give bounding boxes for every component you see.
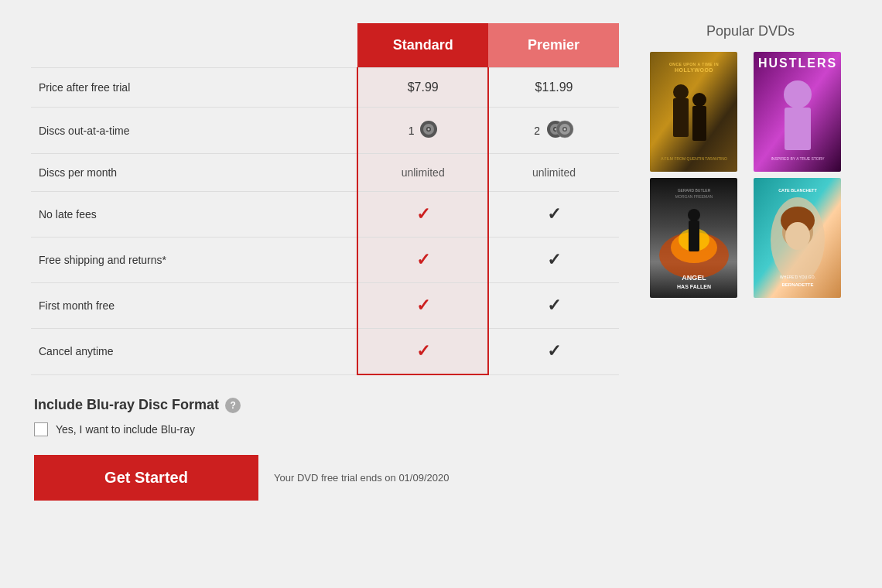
check-icon-premier-late: ✓ [547, 204, 561, 224]
page-container: Standard Premier Price after free trial … [0, 0, 882, 588]
svg-point-21 [784, 80, 812, 108]
check-icon-premier-first-month: ✓ [547, 296, 561, 315]
premier-plan-header: Premier [488, 23, 619, 67]
row-label-first-month: First month free [31, 283, 357, 329]
svg-text:A FILM FROM QUENTIN TARANTINO: A FILM FROM QUENTIN TARANTINO [661, 156, 727, 161]
row-label-shipping: Free shipping and returns* [31, 238, 357, 283]
popular-dvds-title: Popular DVDs [650, 23, 851, 39]
standard-late-fees: ✓ [357, 192, 488, 238]
premier-price: $11.99 [488, 68, 619, 108]
svg-text:INSPIRED BY A TRUE STORY: INSPIRED BY A TRUE STORY [771, 156, 825, 161]
row-label-late-fees: No late fees [31, 192, 357, 238]
check-icon-premier-shipping: ✓ [547, 250, 561, 269]
row-label-price: Price after free trial [31, 68, 357, 108]
check-icon-standard-shipping: ✓ [416, 250, 430, 269]
check-icon-standard-first-month: ✓ [416, 296, 430, 315]
bluray-checkbox[interactable] [34, 422, 48, 436]
row-label-cancel: Cancel anytime [31, 329, 357, 375]
standard-cancel: ✓ [357, 329, 488, 375]
dvd-poster-1[interactable]: ONCE UPON A TIME IN HOLLYWOOD A FILM FRO… [650, 52, 737, 172]
table-header-standard[interactable]: Standard [357, 23, 488, 68]
disc-count-number-standard: 1 [409, 125, 415, 137]
disc-icon-standard [419, 120, 438, 141]
premier-shipping: ✓ [488, 238, 619, 283]
standard-discs-month: unlimited [357, 154, 488, 192]
svg-text:CATE BLANCHETT: CATE BLANCHETT [778, 188, 817, 193]
svg-point-11 [563, 128, 566, 131]
disc-count-standard: 1 [366, 120, 480, 141]
popular-dvds-section: Popular DVDs [650, 15, 851, 298]
premier-late-fees: ✓ [488, 192, 619, 238]
bluray-section: Include Blu-ray Disc Format ? Yes, I wan… [31, 397, 619, 501]
check-icon-standard-cancel: ✓ [416, 341, 430, 361]
svg-point-39 [785, 222, 810, 250]
svg-point-16 [692, 93, 706, 107]
trial-end-text: Your DVD free trial ends on 01/09/2020 [274, 472, 449, 484]
table-header-premier[interactable]: Premier [488, 23, 619, 68]
help-icon[interactable]: ? [225, 398, 241, 413]
svg-text:BERNADETTE: BERNADETTE [781, 282, 813, 287]
premier-first-month: ✓ [488, 283, 619, 329]
standard-price: $7.99 [357, 68, 488, 108]
svg-rect-15 [692, 106, 706, 141]
table-header-empty [31, 23, 357, 68]
check-icon-premier-cancel: ✓ [547, 341, 561, 361]
premier-cancel: ✓ [488, 329, 619, 375]
svg-text:MORGAN FREEMAN: MORGAN FREEMAN [675, 194, 713, 199]
svg-point-14 [673, 84, 689, 100]
row-label-discs-month: Discs per month [31, 154, 357, 192]
table-row: Discs out-at-a-time 1 [31, 108, 619, 154]
comparison-table: Standard Premier Price after free trial … [31, 23, 619, 375]
disc-count-premier: 2 [497, 120, 611, 141]
table-row: Free shipping and returns* ✓ ✓ [31, 238, 619, 283]
svg-text:GERARD BUTLER: GERARD BUTLER [678, 188, 711, 193]
svg-rect-13 [673, 98, 689, 137]
table-row: Price after free trial $7.99 $11.99 [31, 68, 619, 108]
dvd-poster-3[interactable]: ANGEL HAS FALLEN GERARD BUTLER MORGAN FR… [650, 178, 737, 298]
standard-shipping: ✓ [357, 238, 488, 283]
dvd-poster-4[interactable]: CATE BLANCHETT WHERE'D YOU GO, BERNADETT… [754, 178, 841, 298]
check-icon-standard-late: ✓ [416, 204, 430, 224]
standard-plan-header: Standard [357, 23, 488, 67]
dvd-poster-2[interactable]: HUSTLERS INSPIRED BY A TRUE STORY [754, 52, 841, 172]
svg-point-30 [688, 209, 700, 221]
table-row: No late fees ✓ ✓ [31, 192, 619, 238]
premier-discs-out: 2 [488, 108, 619, 154]
svg-text:ANGEL: ANGEL [682, 274, 706, 282]
svg-rect-29 [689, 220, 699, 251]
table-row: Discs per month unlimited unlimited [31, 154, 619, 192]
disc-count-number-premier: 2 [534, 125, 540, 137]
svg-text:HAS FALLEN: HAS FALLEN [677, 284, 711, 289]
standard-discs-out: 1 [357, 108, 488, 154]
svg-rect-22 [785, 108, 811, 150]
checkbox-row: Yes, I want to include Blu-ray [34, 422, 619, 436]
table-row: Cancel anytime ✓ ✓ [31, 329, 619, 375]
bluray-title-row: Include Blu-ray Disc Format ? [34, 397, 619, 413]
svg-text:HUSTLERS: HUSTLERS [758, 56, 837, 70]
svg-point-3 [427, 128, 429, 131]
get-started-button[interactable]: Get Started [34, 455, 258, 501]
dvd-grid: ONCE UPON A TIME IN HOLLYWOOD A FILM FRO… [650, 52, 851, 298]
bluray-title: Include Blu-ray Disc Format [34, 397, 219, 413]
svg-text:WHERE'D YOU GO,: WHERE'D YOU GO, [780, 275, 815, 279]
standard-first-month: ✓ [357, 283, 488, 329]
disc-icon-premier-double [545, 120, 574, 141]
premier-discs-month: unlimited [488, 154, 619, 192]
cta-row: Get Started Your DVD free trial ends on … [34, 455, 619, 501]
row-label-discs-out: Discs out-at-a-time [31, 108, 357, 154]
left-section: Standard Premier Price after free trial … [31, 15, 619, 501]
table-row: First month free ✓ ✓ [31, 283, 619, 329]
svg-text:HOLLYWOOD: HOLLYWOOD [675, 67, 713, 73]
bluray-checkbox-label: Yes, I want to include Blu-ray [56, 423, 195, 436]
svg-text:ONCE UPON A TIME IN: ONCE UPON A TIME IN [669, 62, 719, 67]
